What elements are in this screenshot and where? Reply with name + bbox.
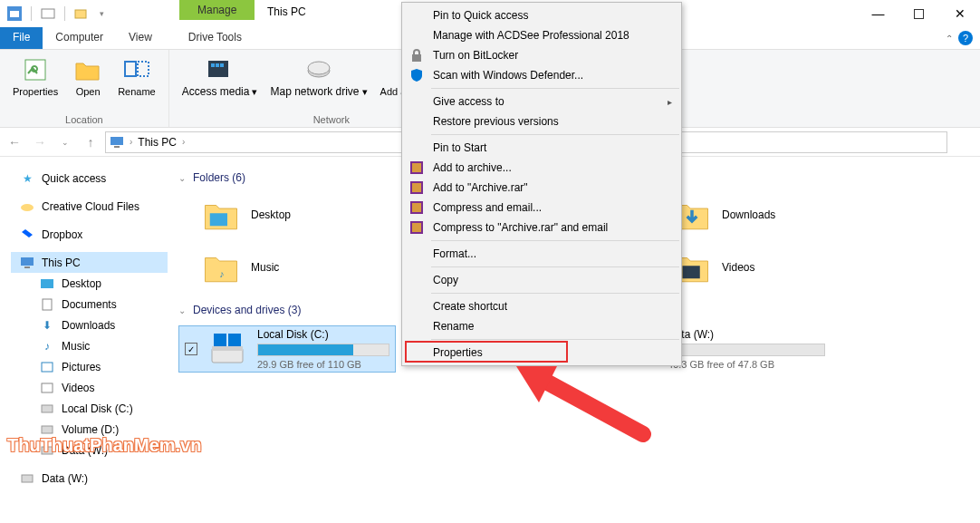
cm-acdsee[interactable]: Manage with ACDSee Professional 2018	[402, 25, 681, 45]
winrar-icon	[409, 180, 424, 195]
cm-format[interactable]: Format...	[402, 244, 681, 264]
svg-rect-32	[210, 213, 227, 226]
creative-cloud-icon	[20, 199, 34, 214]
context-menu: Pin to Quick access Manage with ACDSee P…	[401, 2, 682, 366]
sidebar-music[interactable]: ♪Music	[11, 335, 168, 356]
desktop-icon	[40, 276, 54, 291]
winrar-icon	[409, 200, 424, 215]
open-button[interactable]: Open	[65, 53, 110, 114]
cm-create-shortcut[interactable]: Create shortcut	[402, 296, 681, 316]
svg-rect-24	[41, 279, 53, 288]
folder-videos[interactable]: Videos	[673, 246, 854, 289]
drive-icon	[208, 330, 246, 368]
qat-properties-icon[interactable]	[41, 6, 55, 21]
folder-music[interactable]: ♪ Music	[202, 246, 383, 289]
access-media-button[interactable]: Access media ▾	[177, 53, 264, 114]
sidebar-creative-cloud[interactable]: Creative Cloud Files	[11, 196, 168, 217]
documents-icon	[40, 297, 54, 312]
sidebar-quick-access[interactable]: ★ Quick access	[11, 168, 168, 189]
file-tab[interactable]: File	[0, 27, 43, 49]
cm-properties[interactable]: Properties	[402, 343, 681, 363]
sidebar-dropbox[interactable]: Dropbox	[11, 224, 168, 245]
svg-rect-6	[125, 62, 136, 76]
rename-button[interactable]: Rename	[112, 53, 161, 114]
svg-rect-49	[412, 223, 421, 232]
map-drive-icon	[304, 55, 333, 84]
computer-tab[interactable]: Computer	[43, 27, 116, 49]
sidebar-data-w-net[interactable]: Data (W:)	[11, 468, 168, 489]
sidebar-videos[interactable]: Videos	[11, 377, 168, 398]
drive-icon	[20, 471, 34, 486]
pc-icon	[110, 136, 124, 149]
folder-downloads[interactable]: Downloads	[673, 193, 854, 237]
cm-bitlocker[interactable]: Turn on BitLocker	[402, 45, 681, 65]
folder-desktop[interactable]: Desktop	[202, 193, 383, 237]
breadcrumb-sep-icon[interactable]: ›	[130, 137, 132, 147]
drive-icon	[40, 402, 54, 416]
cm-pin-quick-access[interactable]: Pin to Quick access	[402, 5, 681, 25]
sidebar-desktop[interactable]: Desktop	[11, 273, 168, 294]
cm-defender[interactable]: Scan with Windows Defender...	[402, 65, 681, 85]
ribbon-collapse-icon[interactable]: ⌃	[946, 34, 953, 44]
drive-local-disk-c[interactable]: ✓ Local Disk (C:) 29.9 GB free of 110 GB	[178, 325, 396, 373]
properties-button[interactable]: Properties	[7, 53, 63, 114]
rename-icon	[122, 55, 151, 84]
breadcrumb-this-pc[interactable]: This PC	[138, 136, 177, 149]
back-button[interactable]: ←	[4, 131, 25, 153]
sidebar-local-disk-c[interactable]: Local Disk (C:)	[11, 398, 168, 419]
svg-rect-47	[412, 203, 421, 212]
breadcrumb-sep-icon[interactable]: ›	[182, 137, 185, 147]
qat-new-folder-icon[interactable]	[74, 6, 89, 21]
svg-text:♪: ♪	[219, 268, 224, 279]
downloads-icon: ⬇	[40, 318, 54, 333]
navigation-pane: ★ Quick access Creative Cloud Files Drop…	[0, 157, 168, 523]
chevron-down-icon: ⌄	[178, 305, 186, 315]
folder-icon	[202, 196, 240, 234]
map-drive-button[interactable]: Map network drive ▾	[264, 53, 372, 114]
cm-add-archive-rar[interactable]: Add to "Archive.rar"	[402, 178, 681, 198]
contextual-tab-manage[interactable]: Manage	[179, 0, 255, 27]
app-icon	[7, 6, 22, 21]
folder-icon: ♪	[202, 248, 240, 286]
svg-rect-28	[42, 405, 53, 412]
cm-compress-rar-email[interactable]: Compress to "Archive.rar" and email	[402, 218, 681, 237]
svg-rect-5	[25, 60, 45, 80]
dropbox-icon	[20, 228, 34, 242]
sidebar-this-pc[interactable]: This PC	[11, 252, 168, 273]
open-folder-icon	[73, 55, 102, 84]
watermark: ThuThuatPhanMem.vn	[7, 435, 201, 456]
drive-tools-tab[interactable]: Drive Tools	[176, 27, 255, 49]
maximize-button[interactable]	[898, 0, 939, 27]
svg-rect-10	[216, 63, 219, 67]
qat-dropdown-icon[interactable]: ▾	[94, 6, 109, 21]
drive-checkbox[interactable]: ✓	[185, 343, 197, 355]
cm-give-access[interactable]: Give access to▸	[402, 92, 681, 111]
cm-add-archive[interactable]: Add to archive...	[402, 158, 681, 178]
cm-restore-versions[interactable]: Restore previous versions	[402, 111, 681, 131]
svg-point-13	[308, 62, 330, 74]
sidebar-downloads[interactable]: ⬇Downloads	[11, 315, 168, 335]
music-icon: ♪	[40, 339, 54, 354]
svg-rect-26	[42, 363, 53, 372]
bitlocker-icon	[409, 48, 424, 63]
cm-rename[interactable]: Rename	[402, 316, 681, 336]
minimize-button[interactable]: —	[858, 0, 898, 27]
cm-copy[interactable]: Copy	[402, 270, 681, 290]
recent-dropdown[interactable]: ⌄	[54, 131, 76, 153]
view-tab[interactable]: View	[116, 27, 165, 49]
svg-rect-11	[220, 63, 224, 67]
sidebar-documents[interactable]: Documents	[11, 294, 168, 315]
close-button[interactable]: ✕	[939, 0, 980, 27]
videos-icon	[40, 381, 54, 395]
media-icon	[206, 55, 235, 84]
shield-icon	[409, 68, 424, 82]
winrar-icon	[409, 220, 424, 235]
cm-compress-email[interactable]: Compress and email...	[402, 198, 681, 218]
cm-pin-start[interactable]: Pin to Start	[402, 138, 681, 158]
star-icon: ★	[20, 171, 34, 186]
help-icon[interactable]: ?	[958, 31, 973, 45]
sidebar-pictures[interactable]: Pictures	[11, 356, 168, 377]
forward-button[interactable]: →	[29, 131, 51, 153]
up-button[interactable]: ↑	[80, 131, 101, 153]
svg-rect-19	[110, 137, 123, 145]
